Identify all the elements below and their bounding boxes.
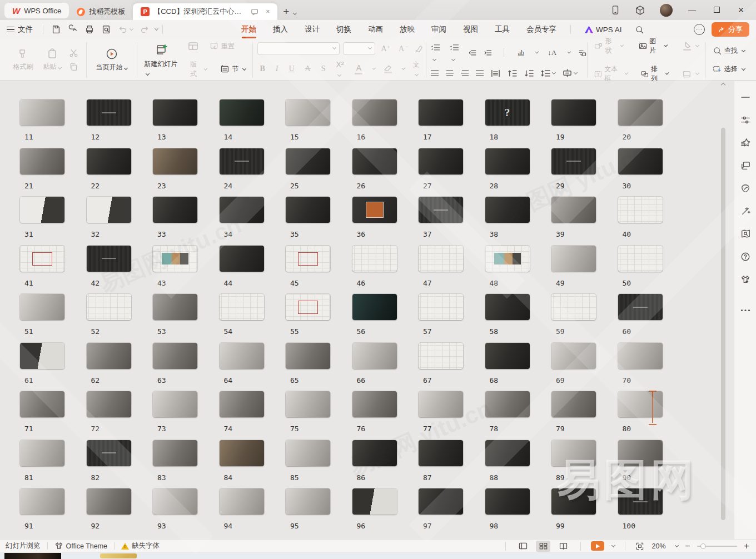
align-center-icon[interactable] bbox=[446, 70, 454, 76]
slide-thumbnail-25[interactable] bbox=[286, 148, 330, 174]
slide-thumbnail-94[interactable] bbox=[220, 488, 264, 515]
numbered-list-button[interactable] bbox=[450, 43, 461, 63]
align-right-icon[interactable] bbox=[461, 70, 469, 76]
scrollbar-thumb[interactable] bbox=[721, 128, 725, 520]
skin-theme-icon[interactable] bbox=[739, 273, 752, 286]
theme-name[interactable]: Office Theme bbox=[66, 542, 108, 550]
docer-resources-icon[interactable] bbox=[739, 182, 752, 194]
tab-document[interactable]: P 【CCD】深圳湾汇云中心公馆 × bbox=[133, 3, 277, 20]
menu-wps-ai[interactable]: WPS AI bbox=[578, 22, 629, 37]
slide-thumbnail-39[interactable] bbox=[551, 197, 596, 223]
slide-thumbnail-22[interactable] bbox=[87, 148, 131, 174]
slide-thumbnail-65[interactable] bbox=[286, 343, 330, 369]
slide-thumbnail-80[interactable] bbox=[618, 391, 663, 417]
slide-thumbnail-85[interactable] bbox=[286, 440, 330, 466]
slide-thumbnail-56[interactable] bbox=[352, 294, 397, 320]
slide-thumbnail-60[interactable] bbox=[618, 294, 663, 320]
save-button[interactable] bbox=[48, 24, 64, 34]
slide-thumbnail-64[interactable] bbox=[220, 343, 264, 369]
menu-review[interactable]: 审阅 bbox=[424, 21, 454, 38]
zoom-out-button[interactable]: − bbox=[684, 541, 692, 551]
menu-design[interactable]: 设计 bbox=[297, 21, 327, 38]
slide-thumbnail-67[interactable] bbox=[419, 343, 463, 369]
increase-font-button[interactable]: A⁺ bbox=[379, 44, 393, 53]
slide-thumbnail-66[interactable] bbox=[352, 343, 397, 369]
search-icon[interactable] bbox=[631, 25, 648, 34]
slide-thumbnail-53[interactable] bbox=[153, 294, 197, 320]
decrease-indent-icon[interactable] bbox=[469, 49, 476, 57]
undo-button[interactable] bbox=[115, 24, 136, 34]
effects-star-icon[interactable] bbox=[739, 137, 752, 149]
slide-thumbnail-38[interactable] bbox=[485, 197, 530, 223]
font-family-select[interactable] bbox=[257, 42, 340, 55]
slide-thumbnail-36[interactable] bbox=[352, 197, 397, 223]
fill-color-button[interactable] bbox=[681, 41, 701, 52]
redo-button[interactable] bbox=[136, 24, 153, 34]
char-spacing-button[interactable]: ab bbox=[516, 49, 526, 57]
scroll-up-icon[interactable] bbox=[721, 83, 725, 87]
slide-thumbnail-11[interactable] bbox=[20, 99, 64, 126]
slide-thumbnail-17[interactable] bbox=[419, 99, 463, 126]
slide-thumbnail-12[interactable] bbox=[87, 99, 131, 126]
slide-thumbnail-84[interactable] bbox=[220, 440, 264, 466]
menu-animation[interactable]: 动画 bbox=[361, 21, 390, 38]
slide-thumbnail-21[interactable] bbox=[20, 148, 64, 174]
menu-member[interactable]: 会员专享 bbox=[519, 21, 564, 38]
layout-icon[interactable] bbox=[188, 42, 198, 51]
smart-design-wand-icon[interactable] bbox=[739, 205, 752, 217]
menu-insert[interactable]: 插入 bbox=[266, 21, 295, 38]
slide-thumbnail-61[interactable] bbox=[20, 343, 64, 369]
slide-thumbnail-29[interactable] bbox=[551, 148, 596, 174]
slide-thumbnail-31[interactable] bbox=[20, 197, 64, 223]
menu-tools[interactable]: 工具 bbox=[488, 21, 517, 38]
phonetic-guide-button[interactable]: 文 bbox=[411, 60, 423, 78]
line-spacing-button[interactable] bbox=[541, 69, 555, 77]
slide-thumbnail-76[interactable] bbox=[352, 391, 397, 417]
clear-format-icon[interactable] bbox=[414, 44, 423, 53]
copy-icon[interactable] bbox=[69, 62, 78, 72]
slide-thumbnail-58[interactable] bbox=[485, 294, 530, 320]
distribute-button[interactable] bbox=[563, 69, 577, 77]
slide-sorter-view-button[interactable] bbox=[536, 541, 550, 552]
slide-thumbnail-57[interactable] bbox=[419, 294, 463, 320]
collapse-panel-icon[interactable] bbox=[739, 91, 752, 103]
menu-home[interactable]: 开始 bbox=[234, 21, 263, 38]
slide-thumbnail-33[interactable] bbox=[153, 197, 197, 223]
print-preview-button[interactable] bbox=[98, 24, 115, 34]
slide-thumbnail-27[interactable] bbox=[419, 148, 463, 174]
char-border-button[interactable]: A bbox=[303, 64, 313, 73]
slide-thumbnail-62[interactable] bbox=[87, 343, 131, 369]
slide-thumbnail-32[interactable] bbox=[87, 197, 131, 223]
file-menu[interactable]: 文件 bbox=[18, 24, 33, 34]
slide-thumbnail-72[interactable] bbox=[87, 391, 131, 417]
zoom-in-button[interactable]: + bbox=[743, 541, 750, 551]
slide-thumbnail-63[interactable] bbox=[153, 343, 197, 369]
slideshow-play-button[interactable] bbox=[591, 541, 604, 551]
close-tab-icon[interactable]: × bbox=[266, 8, 270, 16]
new-tab-button[interactable]: + bbox=[283, 6, 289, 18]
window-minimize-button[interactable]: — bbox=[687, 6, 697, 14]
slide-thumbnail-45[interactable] bbox=[286, 246, 330, 272]
slide-thumbnail-18[interactable]: ? bbox=[485, 99, 530, 126]
picture-button[interactable]: 图片 bbox=[636, 36, 670, 57]
slide-thumbnail-37[interactable] bbox=[419, 197, 463, 223]
slide-thumbnail-74[interactable] bbox=[220, 391, 264, 417]
animation-pane-icon[interactable] bbox=[739, 159, 752, 172]
slide-thumbnail-91[interactable] bbox=[20, 488, 64, 515]
spacing-increase-icon[interactable] bbox=[508, 69, 517, 77]
convert-smartart-icon[interactable] bbox=[578, 48, 586, 57]
slide-thumbnail-78[interactable] bbox=[485, 391, 530, 417]
columns-icon[interactable] bbox=[491, 69, 500, 77]
strikethrough-button[interactable]: S bbox=[319, 64, 328, 73]
section-button[interactable]: 节 bbox=[218, 63, 248, 75]
slide-thumbnail-23[interactable] bbox=[153, 148, 197, 174]
slide-thumbnail-98[interactable] bbox=[485, 488, 530, 515]
integration-cube-icon[interactable] bbox=[635, 5, 645, 16]
reset-slide-button[interactable]: 重置 bbox=[207, 41, 237, 52]
layout-button[interactable]: 版式 bbox=[188, 59, 209, 80]
notice-icon[interactable]: ··· bbox=[694, 24, 705, 35]
find-assets-icon[interactable] bbox=[739, 228, 752, 240]
slide-thumbnail-73[interactable] bbox=[153, 391, 197, 417]
zoom-chevron-icon[interactable] bbox=[675, 543, 679, 547]
slide-thumbnail-87[interactable] bbox=[419, 440, 463, 466]
